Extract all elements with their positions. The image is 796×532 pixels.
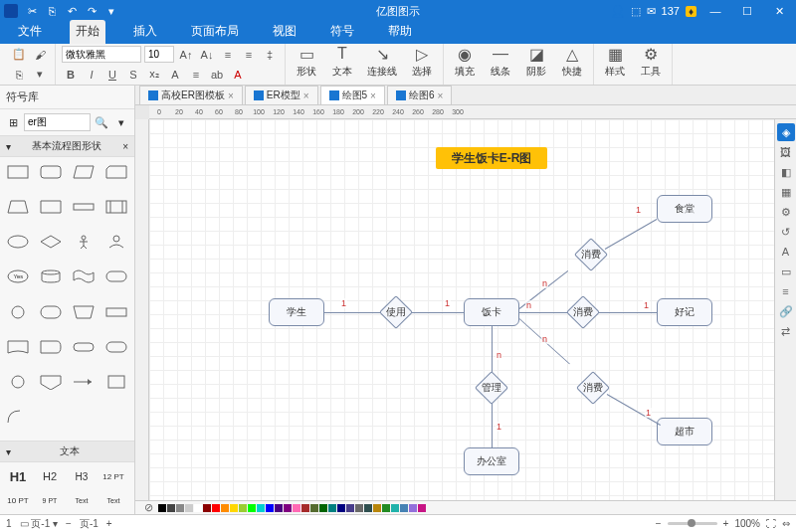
increase-font-icon[interactable]: A↑ [177, 46, 195, 64]
connector-button[interactable]: ↘连接线 [363, 44, 401, 85]
menu-help[interactable]: 帮助 [382, 20, 418, 44]
vip-badge[interactable]: ♦ [686, 6, 696, 17]
menu-symbol[interactable]: 符号 [324, 20, 360, 44]
basic-shapes-section[interactable]: ▾ 基本流程图形状 × [0, 135, 134, 157]
text-9pt[interactable]: 9 PT [36, 490, 64, 510]
color-swatch[interactable] [221, 504, 229, 512]
color-swatch[interactable] [212, 504, 220, 512]
menu-start[interactable]: 开始 [70, 20, 105, 44]
message-icon[interactable]: ✉ [647, 5, 656, 18]
color-swatch[interactable] [230, 504, 238, 512]
color-swatch[interactable] [382, 504, 390, 512]
decrease-font-icon[interactable]: A↓ [198, 46, 216, 64]
text-h1[interactable]: H1 [4, 466, 32, 486]
quick-button[interactable]: △快捷 [557, 44, 587, 85]
zoom-in-icon[interactable]: + [723, 518, 729, 529]
color-swatch[interactable] [418, 504, 426, 512]
search-dropdown-icon[interactable]: ▾ [112, 113, 130, 131]
color-swatch[interactable] [364, 504, 372, 512]
strike-icon[interactable]: S [124, 66, 142, 84]
shape-bar[interactable] [70, 196, 99, 218]
entity-student[interactable]: 学生 [269, 298, 324, 326]
menu-file[interactable]: 文件 [12, 20, 48, 44]
tab-1[interactable]: ER模型× [245, 86, 318, 104]
shape-arc[interactable] [4, 406, 33, 428]
library-add-icon[interactable]: ⊞ [4, 113, 22, 131]
color-swatch[interactable] [203, 504, 211, 512]
select-button[interactable]: ▷选择 [407, 44, 437, 85]
canvas[interactable]: 学生饭卡E-R图 学生 饭卡 食堂 好记 超市 办公室 使用 消费 消费 消费 … [149, 119, 774, 500]
shape-roundrect[interactable] [37, 161, 66, 183]
page-prev-icon[interactable]: − [66, 518, 72, 529]
align-icon[interactable]: ≡ [187, 66, 205, 84]
color-swatch[interactable] [284, 504, 292, 512]
shape-ellipse[interactable] [4, 231, 33, 253]
connect-icon[interactable]: ⇄ [777, 322, 795, 340]
shape-trapezoid[interactable] [4, 196, 33, 218]
color-swatch[interactable] [167, 504, 175, 512]
tab-2[interactable]: 绘图5× [320, 86, 385, 104]
color-swatch[interactable] [373, 504, 381, 512]
shape-term[interactable] [37, 336, 66, 358]
relation-consume1[interactable]: 消费 [574, 238, 608, 271]
search-icon[interactable]: 🔍 [93, 113, 110, 131]
entity-office[interactable]: 办公室 [464, 447, 519, 475]
fullwidth-icon[interactable]: ⇔ [782, 518, 790, 529]
shape-pentagon[interactable] [37, 371, 66, 393]
symbol-search-input[interactable] [24, 113, 91, 131]
relation-use[interactable]: 使用 [379, 295, 413, 329]
color-swatch[interactable] [328, 504, 336, 512]
shape-card[interactable] [101, 161, 130, 183]
gear-icon[interactable]: ⚙ [777, 203, 795, 221]
shape-cylinder[interactable] [37, 266, 66, 287]
color-swatch[interactable] [409, 504, 417, 512]
bold-icon[interactable]: B [62, 66, 80, 84]
shape-banner[interactable] [4, 336, 33, 358]
color-swatch[interactable] [293, 504, 300, 512]
text-section[interactable]: ▾ 文本 [0, 441, 134, 462]
shape-diamond[interactable] [37, 231, 66, 253]
menu-view[interactable]: 视图 [267, 20, 302, 44]
entity-canteen[interactable]: 食堂 [657, 195, 712, 223]
shape-vbar[interactable] [101, 196, 130, 218]
paste-icon[interactable]: 📋 [10, 46, 28, 64]
color-swatch[interactable] [310, 504, 318, 512]
zoom-out-icon[interactable]: − [656, 518, 662, 529]
relation-consume3[interactable]: 消费 [576, 371, 610, 405]
diagram-title[interactable]: 学生饭卡E-R图 [436, 147, 547, 169]
picture-icon[interactable]: 🖼 [777, 143, 795, 161]
minimize-button[interactable]: — [702, 0, 728, 22]
bullets-icon[interactable]: ≡ [219, 46, 237, 64]
shape-trap2[interactable] [70, 301, 99, 323]
shadow-button[interactable]: ◪阴影 [521, 44, 551, 85]
text-button[interactable]: T文本 [327, 44, 357, 85]
shape-tape[interactable] [70, 266, 99, 287]
shape-note[interactable] [101, 371, 130, 393]
fill-button[interactable]: ◉填充 [450, 44, 480, 85]
link-icon[interactable]: 🔗 [777, 302, 795, 320]
shape-rect[interactable] [4, 161, 33, 183]
color-swatch[interactable] [248, 504, 256, 512]
shape-person[interactable] [70, 231, 99, 253]
shape-capsule[interactable] [101, 266, 130, 287]
shape-circle[interactable] [4, 301, 33, 323]
shape-button[interactable]: ▭形状 [292, 44, 321, 85]
color-swatch[interactable] [158, 504, 166, 512]
text-10pt[interactable]: 10 PT [4, 490, 32, 510]
color-swatch[interactable] [185, 504, 193, 512]
shape-roundpill[interactable] [101, 336, 130, 358]
redo-icon[interactable]: ↷ [84, 3, 100, 19]
close-button[interactable]: ✕ [766, 0, 792, 22]
tab-0[interactable]: 高校ER图模板× [139, 86, 243, 104]
entity-card[interactable]: 饭卡 [464, 298, 519, 326]
font-color-icon[interactable]: A [229, 66, 247, 84]
text-h2[interactable]: H2 [36, 466, 64, 486]
undo-icon[interactable]: ↶ [64, 3, 80, 19]
save-icon[interactable]: ▾ [103, 3, 119, 19]
color-swatch[interactable] [319, 504, 327, 512]
tab-close-icon[interactable]: × [437, 90, 443, 101]
relation-consume2[interactable]: 消费 [566, 295, 600, 329]
paste-dropdown-icon[interactable]: ▾ [31, 66, 49, 84]
text-12pt[interactable]: 12 PT [100, 466, 127, 486]
tab-close-icon[interactable]: × [228, 90, 234, 101]
